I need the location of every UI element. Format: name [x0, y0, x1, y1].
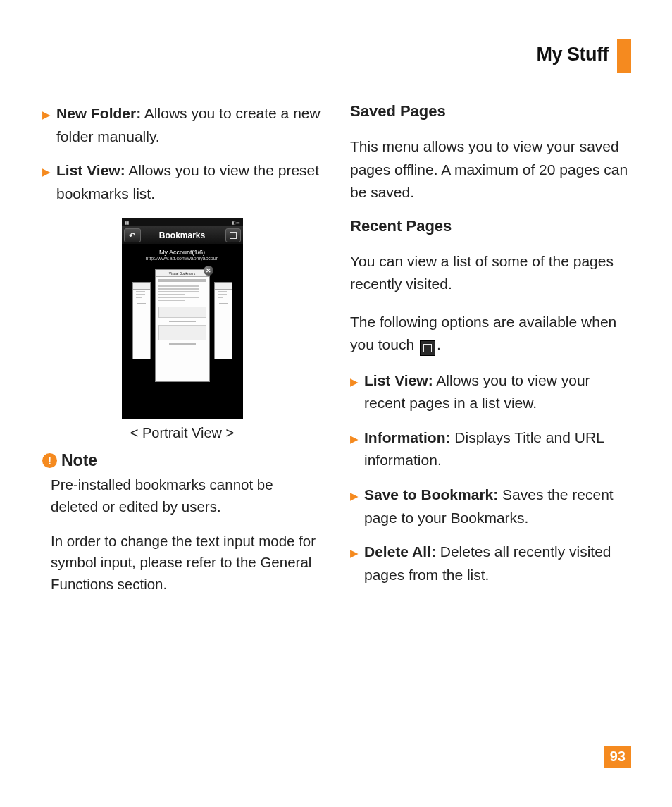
- phone-title-row: ↶ Bookmarks: [122, 226, 243, 245]
- page-number: 93: [604, 746, 631, 768]
- arrow-icon: ▶: [42, 106, 51, 148]
- phone-thumbnails: ✕ Visual Bookmark: [122, 265, 243, 399]
- arrow-icon: ▶: [350, 431, 359, 472]
- back-icon: ↶: [124, 228, 141, 242]
- bullet-text: Information: Displays Title and URL info…: [364, 426, 630, 472]
- phone-status-bar: ▮▮ ◧▭: [122, 218, 243, 226]
- bullet-text: List View: Allows you to view your recen…: [364, 369, 630, 415]
- bullet-save-bookmark: ▶ Save to Bookmark: Saves the recent pag…: [350, 483, 630, 529]
- battery-icon: ◧▭: [232, 220, 240, 225]
- note-title: Note: [61, 451, 97, 470]
- page-title: My Stuff: [537, 44, 609, 66]
- page: My Stuff ▶ New Folder: Allows you to cre…: [0, 0, 672, 807]
- arrow-icon: ▶: [350, 488, 359, 529]
- phone-url-line: http://www.att.com/wapmyaccoun: [122, 256, 243, 261]
- arrow-icon: ▶: [350, 374, 359, 415]
- close-icon: ✕: [204, 266, 213, 276]
- bullet-delete-all: ▶ Delete All: Deletes all recently visit…: [350, 541, 630, 586]
- header-accent-bar: [617, 39, 631, 73]
- phone-frame: ▮▮ ◧▭ ↶ Bookmarks My Account(1/6) http:/…: [122, 218, 243, 419]
- thumb-center: ✕ Visual Bookmark: [155, 269, 210, 382]
- thumb-right: [214, 282, 232, 359]
- phone-caption: < Portrait View >: [130, 425, 234, 441]
- phone-screenshot: ▮▮ ◧▭ ↶ Bookmarks My Account(1/6) http:/…: [42, 218, 322, 441]
- heading-saved-pages: Saved Pages: [350, 102, 630, 121]
- saved-pages-text: This menu allows you to view your saved …: [350, 135, 630, 204]
- bullet-new-folder: ▶ New Folder: Allows you to create a new…: [42, 102, 322, 148]
- note-icon: !: [42, 453, 57, 468]
- thumb-left: [132, 282, 151, 359]
- bullet-text: New Folder: Allows you to create a new f…: [56, 102, 322, 148]
- recent-pages-options-line: The following options are available when…: [350, 311, 630, 357]
- bullet-recent-list-view: ▶ List View: Allows you to view your rec…: [350, 369, 630, 415]
- content-columns: ▶ New Folder: Allows you to create a new…: [42, 102, 630, 608]
- bullet-text: Delete All: Deletes all recently visited…: [364, 541, 630, 586]
- recent-pages-intro: You can view a list of some of the pages…: [350, 250, 630, 296]
- arrow-icon: ▶: [350, 545, 359, 586]
- phone-title: Bookmarks: [159, 230, 205, 240]
- heading-recent-pages: Recent Pages: [350, 217, 630, 235]
- note-heading: ! Note: [42, 451, 322, 470]
- bullet-text: Save to Bookmark: Saves the recent page …: [364, 483, 630, 529]
- note-paragraph-1: Pre-installed bookmarks cannot be delete…: [51, 474, 322, 518]
- phone-account-line: My Account(1/6): [122, 249, 243, 256]
- bullet-list-view: ▶ List View: Allows you to view the pres…: [42, 159, 322, 205]
- left-column: ▶ New Folder: Allows you to create a new…: [42, 102, 322, 608]
- right-column: Saved Pages This menu allows you to view…: [350, 102, 630, 608]
- signal-icon: ▮▮: [125, 220, 129, 225]
- menu-icon: [225, 228, 241, 242]
- bullet-information: ▶ Information: Displays Title and URL in…: [350, 426, 630, 472]
- menu-icon: [420, 340, 435, 356]
- bullet-text: List View: Allows you to view the preset…: [56, 159, 322, 205]
- note-paragraph-2: In order to change the text input mode f…: [51, 531, 322, 596]
- arrow-icon: ▶: [42, 164, 51, 205]
